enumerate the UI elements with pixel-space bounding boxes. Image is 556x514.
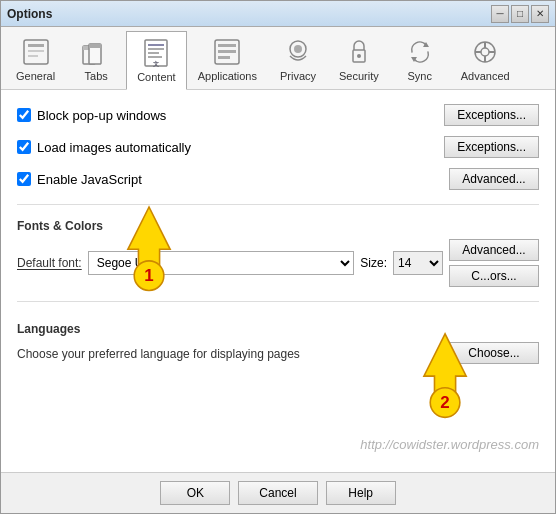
applications-icon (211, 36, 243, 68)
help-button[interactable]: Help (326, 481, 396, 505)
languages-description: Choose your preferred language for displ… (17, 347, 300, 361)
toolbar-item-general[interactable]: General (5, 31, 66, 89)
content-panel: Block pop-up windows Exceptions... Load … (1, 90, 555, 472)
svg-rect-16 (218, 50, 236, 53)
privacy-label: Privacy (280, 70, 316, 82)
svg-text:文: 文 (153, 60, 159, 67)
load-images-label: Load images automatically (37, 140, 191, 155)
font-select[interactable]: Segoe UI (88, 251, 355, 275)
enable-js-checkbox[interactable] (17, 172, 31, 186)
svg-text:2: 2 (440, 393, 449, 412)
size-label: Size: (360, 256, 387, 270)
content-label: Content (137, 71, 176, 83)
languages-title: Languages (17, 322, 539, 336)
cancel-button[interactable]: Cancel (238, 481, 317, 505)
svg-rect-10 (148, 48, 164, 50)
svg-rect-17 (218, 56, 230, 59)
toolbar-item-security[interactable]: Security (328, 31, 390, 89)
maximize-button[interactable]: □ (511, 5, 529, 23)
svg-point-19 (294, 45, 302, 53)
languages-choose-button[interactable]: Choose... (449, 342, 539, 364)
svg-rect-7 (89, 44, 101, 48)
block-popup-label: Block pop-up windows (37, 108, 166, 123)
toolbar-item-sync[interactable]: Sync (390, 31, 450, 89)
general-label: General (16, 70, 55, 82)
svg-rect-3 (28, 55, 38, 57)
title-controls: ─ □ ✕ (491, 5, 549, 23)
window-title: Options (7, 7, 52, 21)
colors-button[interactable]: C...ors... (449, 265, 539, 287)
fonts-advanced-button[interactable]: Advanced... (449, 239, 539, 261)
fonts-section: Fonts & Colors Default font: Segoe UI Si… (17, 219, 539, 287)
options-window: Options ─ □ ✕ General (0, 0, 556, 514)
tabs-label: Tabs (85, 70, 108, 82)
enable-js-advanced-button[interactable]: Advanced... (449, 168, 539, 190)
close-button[interactable]: ✕ (531, 5, 549, 23)
languages-section: Languages Choose your preferred language… (17, 322, 539, 364)
load-images-exceptions-button[interactable]: Exceptions... (444, 136, 539, 158)
general-icon (20, 36, 52, 68)
languages-row: Choose your preferred language for displ… (17, 342, 539, 364)
svg-rect-15 (218, 44, 236, 47)
block-popup-row: Block pop-up windows Exceptions... (17, 104, 539, 126)
svg-rect-12 (148, 56, 162, 58)
svg-rect-11 (148, 52, 159, 54)
toolbar: General Tabs 文 (1, 27, 555, 90)
svg-point-21 (357, 54, 361, 58)
tabs-icon (80, 36, 112, 68)
watermark: http://cowidster.wordpress.com (360, 437, 539, 452)
divider-2 (17, 301, 539, 302)
privacy-icon (282, 36, 314, 68)
load-images-checkbox[interactable] (17, 140, 31, 154)
toolbar-item-privacy[interactable]: Privacy (268, 31, 328, 89)
svg-rect-2 (28, 50, 44, 52)
fonts-section-title: Fonts & Colors (17, 219, 539, 233)
enable-js-label: Enable JavaScript (37, 172, 142, 187)
ok-button[interactable]: OK (160, 481, 230, 505)
title-bar: Options ─ □ ✕ (1, 1, 555, 27)
svg-rect-1 (28, 44, 44, 47)
minimize-button[interactable]: ─ (491, 5, 509, 23)
size-select[interactable]: 14 (393, 251, 443, 275)
block-popup-checkbox[interactable] (17, 108, 31, 122)
toolbar-item-tabs[interactable]: Tabs (66, 31, 126, 89)
sync-label: Sync (408, 70, 432, 82)
block-popup-exceptions-button[interactable]: Exceptions... (444, 104, 539, 126)
svg-rect-9 (148, 44, 164, 46)
content-icon: 文 (140, 37, 172, 69)
load-images-row: Load images automatically Exceptions... (17, 136, 539, 158)
enable-js-row: Enable JavaScript Advanced... (17, 168, 539, 190)
toolbar-item-content[interactable]: 文 Content (126, 31, 187, 90)
advanced-label: Advanced (461, 70, 510, 82)
footer: OK Cancel Help (1, 472, 555, 513)
default-font-label: Default font: (17, 256, 82, 270)
advanced-icon (469, 36, 501, 68)
divider-1 (17, 204, 539, 205)
security-label: Security (339, 70, 379, 82)
security-icon (343, 36, 375, 68)
sync-icon (404, 36, 436, 68)
svg-point-25 (481, 48, 489, 56)
toolbar-item-advanced[interactable]: Advanced (450, 31, 521, 89)
applications-label: Applications (198, 70, 257, 82)
toolbar-item-applications[interactable]: Applications (187, 31, 268, 89)
svg-point-34 (430, 388, 460, 418)
